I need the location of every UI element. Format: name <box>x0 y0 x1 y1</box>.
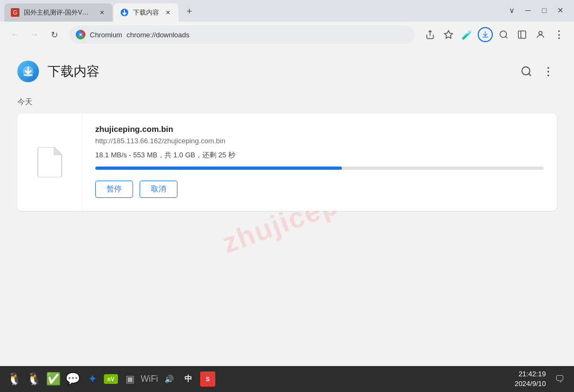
clock-date: 2024/9/10 <box>514 379 546 389</box>
bookmark-button[interactable] <box>440 26 457 43</box>
page-header-actions: ⋮ <box>518 63 557 80</box>
taskbar-left: 🐧 🐧 ✅ 💬 ✦ nV ▣ WiFi 🔊 中 S <box>6 371 215 387</box>
svg-text:G: G <box>13 10 17 16</box>
tab1-title: 国外主机测评-国外VPS、国... <box>24 8 93 17</box>
share-button[interactable] <box>421 26 439 43</box>
more-menu-button[interactable]: ⋮ <box>550 26 568 43</box>
tab1-close[interactable]: ✕ <box>97 8 106 17</box>
taskbar-icon-chat[interactable]: 💬 <box>65 371 80 387</box>
close-button[interactable]: ✕ <box>556 5 565 15</box>
tab-search-button[interactable]: ∨ <box>507 5 517 15</box>
tab2-favicon <box>120 8 129 17</box>
sidebar-button[interactable] <box>513 26 531 43</box>
forward-button[interactable]: → <box>26 26 43 43</box>
tab-active-2[interactable]: 下载内容 ✕ <box>114 3 179 22</box>
taskbar-icon-bluetooth[interactable]: ✦ <box>84 371 100 387</box>
taskbar-icon-volume[interactable]: 🔊 <box>161 371 176 387</box>
svg-marker-4 <box>445 31 453 38</box>
taskbar-icon-sogou[interactable]: S <box>200 371 215 387</box>
tab2-title: 下载内容 <box>133 8 159 17</box>
taskbar-right: 21:42:19 2024/9/10 🗨 <box>514 369 568 389</box>
minimize-button[interactable]: ─ <box>523 5 533 15</box>
download-filename: zhujiceping.com.bin <box>95 124 544 134</box>
taskbar-clock: 21:42:19 2024/9/10 <box>514 369 546 389</box>
file-icon <box>37 147 63 177</box>
taskbar-icon-display[interactable]: ▣ <box>122 371 137 387</box>
tab1-favicon: G <box>11 8 19 17</box>
taskbar-icon-check[interactable]: ✅ <box>45 371 61 387</box>
progress-bar <box>95 167 544 170</box>
download-file-icon-wrap <box>17 114 82 211</box>
extensions-button[interactable]: 🧪 <box>458 26 476 43</box>
page-favicon <box>17 61 39 82</box>
clock-time: 21:42:19 <box>514 369 546 379</box>
refresh-button[interactable]: ↻ <box>45 26 63 43</box>
download-actions: 暂停 取消 <box>95 181 544 198</box>
taskbar: 🐧 🐧 ✅ 💬 ✦ nV ▣ WiFi 🔊 中 S 21:42:19 2024/… <box>0 366 574 392</box>
restore-button[interactable]: □ <box>539 5 549 15</box>
chrome-search-button[interactable] <box>495 26 512 43</box>
taskbar-icon-penguin2[interactable]: 🐧 <box>26 371 41 387</box>
taskbar-icon-wifi[interactable]: WiFi <box>142 371 157 387</box>
tab2-close[interactable]: ✕ <box>163 8 172 17</box>
browser-brand: Chromium <box>90 31 122 39</box>
svg-point-5 <box>500 31 506 37</box>
download-url: http://185.113.66.162/zhujiceping.com.bi… <box>95 137 544 145</box>
downloads-page: zhujiceping.com 下载内容 ⋮ 今天 <box>0 48 574 366</box>
window-controls: ∨ ─ □ ✕ <box>498 5 574 15</box>
download-card: zhujiceping.com.bin http://185.113.66.16… <box>17 114 557 211</box>
download-card-content: zhujiceping.com.bin http://185.113.66.16… <box>82 114 557 211</box>
download-status: 18.1 MB/s - 553 MB，共 1.0 GB，还剩 25 秒 <box>95 150 544 160</box>
pause-button[interactable]: 暂停 <box>95 181 133 198</box>
profile-button[interactable] <box>532 26 549 43</box>
svg-point-7 <box>539 31 542 35</box>
svg-point-10 <box>522 67 530 75</box>
toolbar-actions: 🧪 ⋮ <box>421 26 568 43</box>
title-bar: G 国外主机测评-国外VPS、国... ✕ 下载内容 ✕ + ∨ ─ □ ✕ <box>0 0 574 22</box>
svg-rect-6 <box>518 31 526 38</box>
progress-bar-fill <box>95 167 342 170</box>
page-title: 下载内容 <box>48 63 100 80</box>
search-downloads-button[interactable] <box>518 63 535 80</box>
url-text: chrome://downloads <box>127 31 408 39</box>
toolbar: ← → ↻ Chromium chrome://downloads 🧪 <box>0 22 574 48</box>
address-bar[interactable]: Chromium chrome://downloads <box>69 25 415 44</box>
page-title-wrap: 下载内容 <box>17 61 100 82</box>
new-tab-button[interactable]: + <box>182 4 197 19</box>
taskbar-icon-penguin1[interactable]: 🐧 <box>6 371 22 387</box>
download-status-button[interactable] <box>477 26 494 43</box>
cancel-button[interactable]: 取消 <box>140 181 177 198</box>
tab-inactive-1[interactable]: G 国外主机测评-国外VPS、国... ✕ <box>4 3 113 22</box>
section-today-label: 今天 <box>17 97 557 107</box>
chromium-favicon <box>76 30 85 39</box>
taskbar-icon-input[interactable]: 中 <box>181 371 196 387</box>
tab-group: G 国外主机测评-国外VPS、国... ✕ 下载内容 ✕ + <box>0 3 498 22</box>
downloads-more-button[interactable]: ⋮ <box>539 63 557 80</box>
back-button[interactable]: ← <box>6 26 24 43</box>
page-header: 下载内容 ⋮ <box>17 61 557 82</box>
download-icon <box>478 27 493 42</box>
taskbar-icon-nvidia[interactable]: nV <box>104 374 118 384</box>
notification-button[interactable]: 🗨 <box>552 371 568 387</box>
